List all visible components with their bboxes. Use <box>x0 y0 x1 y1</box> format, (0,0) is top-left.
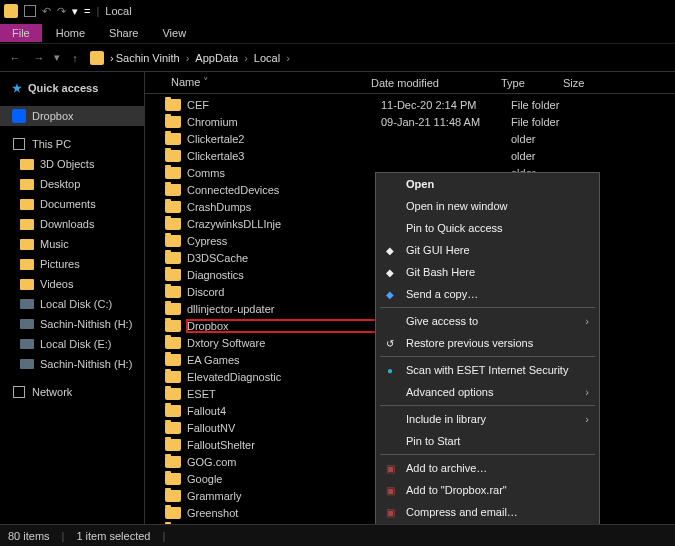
up-button[interactable]: ↑ <box>66 49 84 67</box>
file-name: ConnectedDevices <box>187 184 381 196</box>
folder-icon <box>165 439 181 451</box>
file-name: Clickertale3 <box>187 150 381 162</box>
folder-icon <box>165 422 181 434</box>
menu-compress-dropbox-email[interactable]: ▣Compress to "Dropbox.rar" and email <box>376 523 599 524</box>
undo-icon[interactable]: ↶ <box>42 5 51 18</box>
menu-open[interactable]: Open <box>376 173 599 195</box>
status-separator: | <box>62 530 65 542</box>
breadcrumb-folder-icon <box>90 51 104 65</box>
breadcrumb[interactable]: › Sachin Vinith › AppData › Local › <box>90 51 294 65</box>
sidebar-item[interactable]: Videos <box>0 274 144 294</box>
sidebar-label: Quick access <box>28 82 98 94</box>
sidebar-item[interactable]: 3D Objects <box>0 154 144 174</box>
file-name: EA Games <box>187 354 381 366</box>
pc-icon <box>13 138 25 150</box>
tab-home[interactable]: Home <box>44 24 97 42</box>
sort-chevron-icon[interactable]: ˅ <box>203 76 209 88</box>
sidebar-this-pc[interactable]: This PC <box>0 134 144 154</box>
header-size[interactable]: Size <box>557 77 607 89</box>
separator: | <box>96 5 99 17</box>
sidebar-label: Network <box>32 386 72 398</box>
sidebar: ★Quick access Dropbox This PC 3D Objects… <box>0 72 145 524</box>
sidebar-label: Dropbox <box>32 110 74 122</box>
sidebar-item-label: Music <box>40 238 69 250</box>
table-row[interactable]: CEF11-Dec-20 2:14 PMFile folder <box>145 96 675 113</box>
status-separator: | <box>162 530 165 542</box>
menu-git-gui[interactable]: ◆Git GUI Here <box>376 239 599 261</box>
breadcrumb-item[interactable]: AppData <box>195 52 238 64</box>
folder-icon <box>165 167 181 179</box>
file-name: D3DSCache <box>187 252 381 264</box>
tab-share[interactable]: Share <box>97 24 150 42</box>
folder-icon <box>20 199 34 210</box>
table-row[interactable]: Chromium09-Jan-21 11:48 AMFile folder <box>145 113 675 130</box>
tab-file[interactable]: File <box>0 24 42 42</box>
sidebar-item[interactable]: Local Disk (E:) <box>0 334 144 354</box>
header-date[interactable]: Date modified <box>365 77 495 89</box>
window-title: Local <box>105 5 131 17</box>
file-name: Clickertale2 <box>187 133 381 145</box>
menu-give-access[interactable]: Give access to› <box>376 310 599 332</box>
history-chevron-icon[interactable]: ▾ <box>54 51 60 64</box>
folder-icon <box>165 286 181 298</box>
menu-compress-email[interactable]: ▣Compress and email… <box>376 501 599 523</box>
table-row[interactable]: Clickertale3older <box>145 147 675 164</box>
menu-pin-quick-access[interactable]: Pin to Quick access <box>376 217 599 239</box>
file-date: 09-Jan-21 11:48 AM <box>381 116 511 128</box>
tab-view[interactable]: View <box>150 24 198 42</box>
sidebar-item[interactable]: Sachin-Nithish (H:) <box>0 354 144 374</box>
file-name: Intel <box>187 524 381 525</box>
breadcrumb-item[interactable]: Local <box>254 52 280 64</box>
menu-pin-start[interactable]: Pin to Start <box>376 430 599 452</box>
eset-icon: ● <box>382 362 398 378</box>
redo-icon[interactable]: ↷ <box>57 5 66 18</box>
sidebar-item[interactable]: Music <box>0 234 144 254</box>
back-button[interactable]: ← <box>6 49 24 67</box>
folder-icon <box>20 219 34 230</box>
sidebar-quick-access[interactable]: ★Quick access <box>0 78 144 98</box>
rar-icon: ▣ <box>382 504 398 520</box>
file-name: FalloutShelter <box>187 439 381 451</box>
header-name[interactable]: Name <box>171 76 200 88</box>
menu-scan-eset[interactable]: ●Scan with ESET Internet Security <box>376 359 599 381</box>
sidebar-item[interactable]: Sachin-Nithish (H:) <box>0 314 144 334</box>
menu-restore-versions[interactable]: ↺Restore previous versions <box>376 332 599 354</box>
menu-git-bash[interactable]: ◆Git Bash Here <box>376 261 599 283</box>
menu-add-dropbox-rar[interactable]: ▣Add to "Dropbox.rar" <box>376 479 599 501</box>
sidebar-item[interactable]: Desktop <box>0 174 144 194</box>
menu-open-new-window[interactable]: Open in new window <box>376 195 599 217</box>
sidebar-item-label: 3D Objects <box>40 158 94 170</box>
menu-include-library[interactable]: Include in library› <box>376 408 599 430</box>
disk-icon <box>20 319 34 329</box>
sidebar-item[interactable]: Documents <box>0 194 144 214</box>
folder-icon <box>165 337 181 349</box>
sidebar-network[interactable]: Network <box>0 382 144 402</box>
menu-separator <box>380 356 595 357</box>
file-name: GOG.com <box>187 456 381 468</box>
folder-icon <box>165 405 181 417</box>
menu-advanced-options[interactable]: Advanced options› <box>376 381 599 403</box>
menu-separator <box>380 454 595 455</box>
sidebar-item[interactable]: Local Disk (C:) <box>0 294 144 314</box>
table-row[interactable]: Clickertale2older <box>145 130 675 147</box>
forward-button[interactable]: → <box>30 49 48 67</box>
git-icon: ◆ <box>382 264 398 280</box>
file-name: ElevatedDiagnostic <box>187 371 381 383</box>
qat-chevron-icon[interactable]: ▾ <box>72 5 78 18</box>
file-name: Dropbox <box>187 320 381 332</box>
breadcrumb-sep: › <box>282 52 294 64</box>
breadcrumb-item[interactable]: Sachin Vinith <box>116 52 180 64</box>
rar-icon: ▣ <box>382 482 398 498</box>
sidebar-item[interactable]: Pictures <box>0 254 144 274</box>
sidebar-item[interactable]: Downloads <box>0 214 144 234</box>
column-headers[interactable]: Name ˅ Date modified Type Size <box>145 72 675 94</box>
folder-icon <box>4 4 18 18</box>
menu-send-copy[interactable]: ◆Send a copy… <box>376 283 599 305</box>
menu-add-archive[interactable]: ▣Add to archive… <box>376 457 599 479</box>
folder-icon <box>165 490 181 502</box>
sidebar-dropbox[interactable]: Dropbox <box>0 106 144 126</box>
file-name: Grammarly <box>187 490 381 502</box>
star-icon: ★ <box>12 82 22 95</box>
file-list: Name ˅ Date modified Type Size CEF11-Dec… <box>145 72 675 524</box>
header-type[interactable]: Type <box>495 77 557 89</box>
